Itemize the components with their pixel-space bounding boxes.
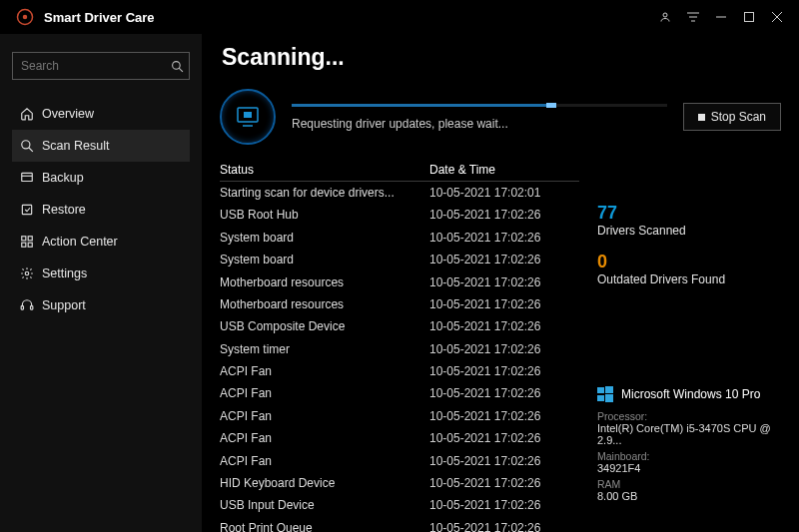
svg-point-1 — [23, 15, 28, 20]
outdated-label: Outdated Drivers Found — [597, 272, 781, 286]
cell-datetime: 10-05-2021 17:02:01 — [429, 186, 579, 200]
gear-icon — [20, 266, 42, 280]
cell-status: Starting scan for device drivers... — [220, 186, 429, 200]
table-row: System board10-05-2021 17:02:26 — [220, 227, 579, 249]
scan-results-table: Status Date & Time Starting scan for dev… — [220, 159, 579, 532]
app-title: Smart Driver Care — [44, 10, 155, 25]
table-row: Root Print Queue10-05-2021 17:02:26 — [220, 517, 579, 532]
cell-status: Root Print Queue — [220, 521, 429, 532]
cell-status: USB Input Device — [220, 498, 429, 512]
cell-datetime: 10-05-2021 17:02:26 — [429, 431, 579, 445]
content-area: Scanning... Requesting driver updates, p… — [202, 34, 799, 532]
svg-rect-19 — [22, 243, 26, 247]
app-logo-icon — [16, 8, 34, 26]
table-row: Starting scan for device drivers...10-05… — [220, 182, 579, 204]
scanning-icon — [220, 89, 276, 145]
sidebar-item-settings[interactable]: Settings — [12, 258, 190, 289]
sidebar-item-label: Scan Result — [42, 139, 109, 153]
sidebar-item-restore[interactable]: Restore — [12, 194, 190, 226]
user-icon[interactable] — [651, 3, 679, 31]
sidebar-item-scan-result[interactable]: Scan Result — [12, 130, 190, 162]
sidebar-item-support[interactable]: Support — [12, 289, 190, 321]
processor-key: Processor: — [597, 410, 781, 422]
cell-status: ACPI Fan — [220, 454, 429, 468]
restore-icon — [20, 203, 42, 217]
maximize-button[interactable] — [735, 3, 763, 31]
svg-point-21 — [25, 271, 29, 275]
minimize-button[interactable] — [707, 3, 735, 31]
stop-scan-button[interactable]: Stop Scan — [683, 103, 781, 131]
cell-datetime: 10-05-2021 17:02:26 — [429, 275, 579, 289]
os-name: Microsoft Windows 10 Pro — [621, 387, 760, 401]
sidebar-item-backup[interactable]: Backup — [12, 162, 190, 194]
grid-icon — [20, 235, 42, 249]
cell-datetime: 10-05-2021 17:02:26 — [429, 386, 579, 400]
cell-datetime: 10-05-2021 17:02:26 — [429, 521, 579, 532]
outdated-count: 0 — [597, 252, 781, 272]
svg-rect-7 — [745, 13, 754, 22]
table-row: Motherboard resources10-05-2021 17:02:26 — [220, 270, 579, 292]
sidebar-item-overview[interactable]: Overview — [12, 98, 190, 130]
ram-value: 8.00 GB — [597, 490, 781, 502]
cell-datetime: 10-05-2021 17:02:26 — [429, 476, 579, 490]
table-row: ACPI Fan10-05-2021 17:02:26 — [220, 449, 579, 471]
svg-line-13 — [29, 148, 33, 152]
progress-status-text: Requesting driver updates, please wait..… — [292, 117, 667, 131]
sidebar-item-label: Support — [42, 298, 86, 312]
backup-icon — [20, 171, 42, 185]
cell-status: ACPI Fan — [220, 409, 429, 423]
cell-status: System board — [220, 231, 429, 245]
table-row: USB Composite Device10-05-2021 17:02:26 — [220, 315, 579, 337]
table-row: Motherboard resources10-05-2021 17:02:26 — [220, 293, 579, 315]
cell-status: System board — [220, 253, 429, 266]
svg-line-11 — [179, 68, 183, 72]
cell-status: ACPI Fan — [220, 431, 429, 445]
page-title: Scanning... — [222, 44, 781, 71]
cell-datetime: 10-05-2021 17:02:26 — [429, 231, 579, 245]
home-icon — [20, 107, 42, 121]
cell-datetime: 10-05-2021 17:02:26 — [429, 342, 579, 356]
cell-datetime: 10-05-2021 17:02:26 — [429, 364, 579, 378]
system-info: Microsoft Windows 10 Pro Processor: Inte… — [597, 386, 781, 502]
close-button[interactable] — [763, 3, 791, 31]
mainboard-value: 34921F4 — [597, 462, 781, 474]
svg-rect-22 — [21, 306, 23, 310]
sidebar-item-label: Restore — [42, 203, 86, 217]
table-row: ACPI Fan10-05-2021 17:02:26 — [220, 382, 579, 404]
table-row: ACPI Fan10-05-2021 17:02:26 — [220, 427, 579, 449]
cell-status: ACPI Fan — [220, 364, 429, 378]
column-header-datetime: Date & Time — [429, 163, 579, 177]
sidebar-item-action-center[interactable]: Action Center — [12, 226, 190, 258]
table-row: USB Root Hub10-05-2021 17:02:26 — [220, 204, 579, 226]
cell-status: System timer — [220, 342, 429, 356]
svg-rect-28 — [605, 386, 613, 393]
svg-rect-16 — [22, 205, 31, 214]
cell-datetime: 10-05-2021 17:02:26 — [429, 409, 579, 423]
svg-point-10 — [173, 61, 181, 69]
svg-rect-27 — [597, 387, 604, 393]
windows-icon — [597, 386, 613, 402]
svg-rect-14 — [22, 173, 33, 181]
cell-datetime: 10-05-2021 17:02:26 — [429, 498, 579, 512]
svg-point-12 — [22, 141, 30, 149]
svg-rect-29 — [597, 395, 604, 401]
progress-bar — [292, 104, 667, 107]
table-row: ACPI Fan10-05-2021 17:02:26 — [220, 405, 579, 427]
menu-icon[interactable] — [679, 3, 707, 31]
stats-panel: 77 Drivers Scanned 0 Outdated Drivers Fo… — [597, 159, 781, 532]
cell-status: HID Keyboard Device — [220, 476, 429, 490]
search-input[interactable] — [21, 59, 171, 73]
svg-rect-30 — [605, 394, 613, 402]
svg-point-2 — [663, 13, 667, 17]
search-box[interactable] — [12, 52, 190, 80]
table-row: System board10-05-2021 17:02:26 — [220, 249, 579, 270]
cell-status: USB Composite Device — [220, 319, 429, 333]
drivers-scanned-label: Drivers Scanned — [597, 224, 781, 238]
svg-rect-18 — [28, 237, 32, 241]
table-row: HID Keyboard Device10-05-2021 17:02:26 — [220, 472, 579, 494]
search-icon — [20, 139, 42, 153]
table-row: System timer10-05-2021 17:02:26 — [220, 338, 579, 360]
column-header-status: Status — [220, 163, 429, 177]
cell-datetime: 10-05-2021 17:02:26 — [429, 454, 579, 468]
table-row: USB Input Device10-05-2021 17:02:26 — [220, 494, 579, 516]
